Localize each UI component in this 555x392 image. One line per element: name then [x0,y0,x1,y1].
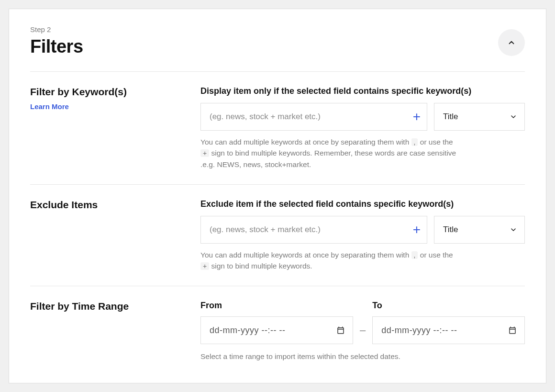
field-select-value: Title [443,112,458,122]
time-range-help: Select a time range to import items with… [200,351,459,362]
date-from-label: From [200,301,353,311]
help-text-part: You can add multiple keywords at once by… [200,251,411,259]
help-text-part: or use the [418,251,453,259]
add-exclude-keyword-button[interactable]: + [413,223,421,236]
kbd-comma: , [411,251,418,259]
collapse-button[interactable] [498,29,525,56]
panel-title: Filters [30,36,83,57]
exclude-field-select[interactable]: Title [434,216,525,244]
section-title: Filter by Time Range [30,301,200,312]
date-to-label: To [372,301,525,311]
date-from-placeholder: dd-mm-yyyy --:-- -- [210,325,285,336]
section-time-range: Filter by Time Range From dd-mm-yyyy --:… [30,301,525,362]
section-title: Filter by Keyword(s) [30,86,200,98]
field-select[interactable]: Title [434,103,525,131]
input-row: + Title [200,103,525,131]
panel-header-text: Step 2 Filters [30,25,83,57]
calendar-icon [336,326,345,335]
keyword-input-wrap: + [200,103,427,131]
help-text-part: You can add multiple keywords at once by… [200,138,411,146]
help-text: You can add multiple keywords at once by… [200,136,459,170]
exclude-field-select-value: Title [443,225,458,235]
plus-icon: + [413,222,421,237]
step-label: Step 2 [30,25,83,34]
section-filter-keywords: Filter by Keyword(s) Learn More Display … [30,86,525,185]
date-from-input[interactable]: dd-mm-yyyy --:-- -- [200,316,353,344]
kbd-plus: + [200,149,209,157]
sub-heading: Exclude item if the selected field conta… [200,199,525,209]
sub-heading: Display item only if the selected field … [200,86,525,96]
section-right: Display item only if the selected field … [200,86,525,170]
section-right: From dd-mm-yyyy --:-- -- – To dd-mm-yyyy… [200,301,525,362]
add-keyword-button[interactable]: + [413,110,421,123]
section-title: Exclude Items [30,199,200,211]
viewport: Step 2 Filters Filter by Keyword(s) Lear… [0,0,555,392]
learn-more-link[interactable]: Learn More [30,102,69,111]
kbd-comma: , [411,138,418,146]
chevron-up-icon [507,38,516,47]
date-row: From dd-mm-yyyy --:-- -- – To dd-mm-yyyy… [200,301,525,344]
keyword-input[interactable] [200,103,427,131]
calendar-icon [508,326,517,335]
panel-header: Step 2 Filters [30,25,525,72]
filters-panel: Step 2 Filters Filter by Keyword(s) Lear… [9,9,546,383]
field-select-wrap: Title [434,103,525,131]
exclude-input-wrap: + [200,216,427,244]
exclude-keyword-input[interactable] [200,216,427,244]
date-to-input[interactable]: dd-mm-yyyy --:-- -- [372,316,525,344]
section-right: Exclude item if the selected field conta… [200,199,525,272]
plus-icon: + [413,109,421,124]
section-left: Filter by Time Range [30,301,200,362]
section-left: Filter by Keyword(s) Learn More [30,86,200,170]
help-text: You can add multiple keywords at once by… [200,249,459,272]
help-text-part: sign to bind multiple keywords. [209,262,312,270]
date-from-col: From dd-mm-yyyy --:-- -- [200,301,353,344]
input-row: + Title [200,216,525,244]
help-text-part: or use the [418,138,453,146]
section-left: Exclude Items [30,199,200,272]
date-to-placeholder: dd-mm-yyyy --:-- -- [381,325,457,336]
date-to-col: To dd-mm-yyyy --:-- -- [372,301,525,344]
section-exclude-items: Exclude Items Exclude item if the select… [30,199,525,287]
exclude-field-select-wrap: Title [434,216,525,244]
help-text-part: sign to bind multiple keywords. Remember… [200,149,456,168]
date-separator: – [360,324,366,344]
kbd-plus: + [200,262,209,270]
